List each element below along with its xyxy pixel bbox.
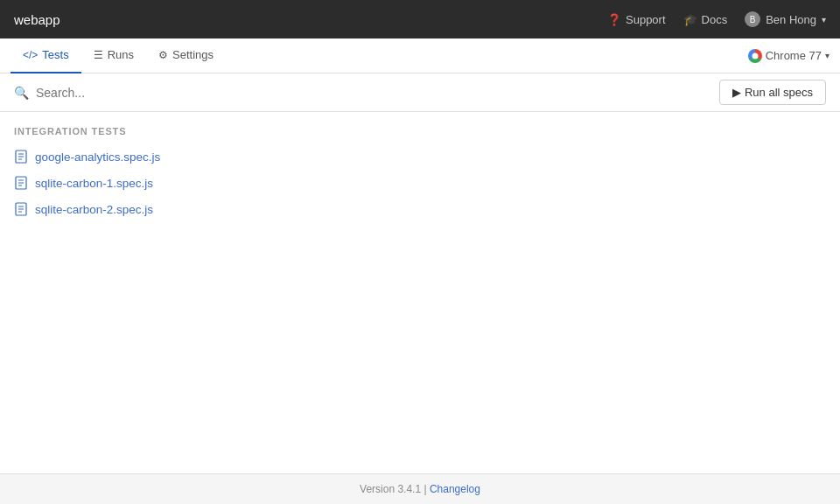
spec-file-sqlite-carbon-1[interactable]: sqlite-carbon-1.spec.js [0,170,840,196]
run-all-button[interactable]: ▶ Run all specs [719,80,826,105]
sub-nav: </> Tests ☰ Runs ⚙ Settings Chrome 77 ▾ [0,38,840,74]
spec-file-google-analytics[interactable]: google-analytics.spec.js [0,144,840,170]
user-avatar-icon: B [745,11,760,27]
browser-selector[interactable]: Chrome 77 ▾ [748,49,830,63]
user-menu[interactable]: B Ben Hong ▾ [745,11,826,27]
code-icon: </> [23,49,38,61]
search-bar: 🔍 ▶ Run all specs [0,74,840,112]
book-icon: 🎓 [683,13,697,26]
tab-tests[interactable]: </> Tests [10,38,81,74]
spec-file-sqlite-carbon-2[interactable]: sqlite-carbon-2.spec.js [0,196,840,222]
footer: Version 3.4.1 | Changelog [0,473,840,504]
app-brand: webapp [14,12,607,27]
main-content: INTEGRATION TESTS google-analytics.spec.… [0,112,840,473]
tab-settings[interactable]: ⚙ Settings [146,38,226,74]
top-nav: webapp ❓ Support 🎓 Docs B Ben Hong ▾ [0,0,840,38]
search-input[interactable] [36,86,712,100]
tab-runs[interactable]: ☰ Runs [81,38,146,74]
top-nav-actions: ❓ Support 🎓 Docs B Ben Hong ▾ [607,11,826,27]
version-text: Version 3.4.1 | [360,483,430,495]
question-icon: ❓ [607,13,621,26]
gear-icon: ⚙ [158,49,168,61]
spec-file-icon [14,176,28,190]
chrome-icon [748,49,762,63]
integration-tests-label: INTEGRATION TESTS [0,126,840,144]
sub-nav-tabs: </> Tests ☰ Runs ⚙ Settings [10,38,748,74]
user-caret-icon: ▾ [822,15,826,24]
support-link[interactable]: ❓ Support [607,13,666,26]
spec-file-icon [14,150,28,164]
layers-icon: ☰ [94,49,103,61]
browser-caret-icon: ▾ [825,51,830,60]
spec-file-icon [14,202,28,216]
search-icon: 🔍 [14,86,29,100]
docs-link[interactable]: 🎓 Docs [683,13,728,26]
changelog-link[interactable]: Changelog [430,483,480,495]
